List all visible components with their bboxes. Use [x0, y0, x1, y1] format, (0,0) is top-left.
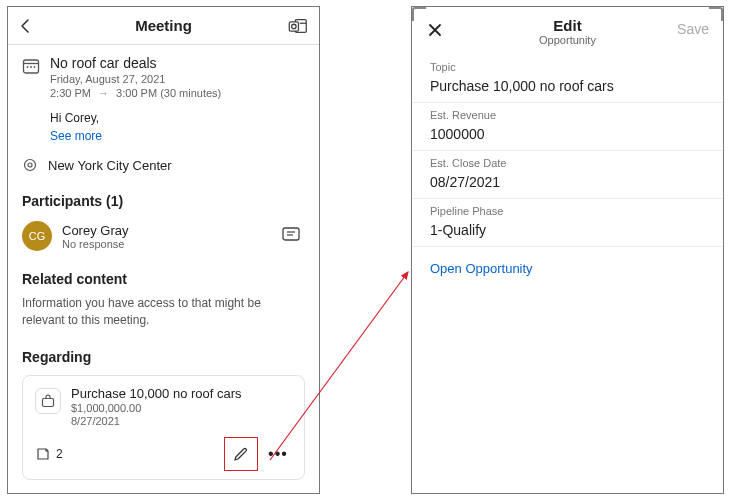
edit-header: Edit Opportunity Save [412, 7, 723, 55]
topic-value: Purchase 10,000 no roof cars [430, 78, 705, 94]
notes-count: 2 [56, 447, 63, 461]
field-revenue[interactable]: Est. Revenue 1000000 [412, 103, 723, 151]
outlook-icon [287, 15, 309, 37]
close-button[interactable] [426, 21, 444, 39]
arrow-right-icon: → [98, 87, 109, 99]
edit-subtitle: Opportunity [539, 34, 596, 46]
revenue-label: Est. Revenue [430, 109, 705, 121]
contact-card-button[interactable] [281, 225, 301, 243]
meeting-body-preview: Hi Corey, [50, 111, 221, 125]
participant-row[interactable]: CG Corey Gray No response [22, 221, 305, 251]
edit-panel: Edit Opportunity Save Topic Purchase 10,… [411, 6, 724, 494]
svg-rect-1 [289, 22, 298, 31]
regarding-date: 8/27/2021 [71, 415, 242, 427]
close-date-label: Est. Close Date [430, 157, 705, 169]
participants-heading: Participants (1) [22, 193, 305, 209]
meeting-header: Meeting [8, 7, 319, 45]
participant-response: No response [62, 238, 128, 250]
close-icon [426, 21, 444, 39]
svg-point-6 [30, 66, 32, 68]
open-in-outlook-button[interactable] [287, 15, 309, 37]
field-topic[interactable]: Topic Purchase 10,000 no roof cars [412, 55, 723, 103]
edit-highlight [224, 437, 258, 471]
header-title: Meeting [135, 17, 192, 34]
svg-rect-10 [283, 228, 299, 240]
contact-card-icon [281, 225, 301, 243]
see-more-link[interactable]: See more [50, 129, 221, 143]
phase-label: Pipeline Phase [430, 205, 705, 217]
related-description: Information you have access to that migh… [22, 295, 305, 329]
edit-title: Edit [539, 17, 596, 34]
meeting-time: 2:30 PM → 3:00 PM (30 minutes) [50, 87, 221, 99]
meeting-date: Friday, August 27, 2021 [50, 73, 221, 85]
meeting-location: New York City Center [22, 157, 305, 173]
meeting-content: No roof car deals Friday, August 27, 202… [8, 45, 319, 480]
more-button[interactable]: ••• [264, 440, 292, 468]
meeting-summary: No roof car deals Friday, August 27, 202… [22, 55, 305, 143]
close-date-value: 08/27/2021 [430, 174, 705, 190]
field-close-date[interactable]: Est. Close Date 08/27/2021 [412, 151, 723, 199]
revenue-value: 1000000 [430, 126, 705, 142]
field-pipeline-phase[interactable]: Pipeline Phase 1-Qualify [412, 199, 723, 247]
save-button[interactable]: Save [677, 21, 709, 37]
note-icon [35, 446, 51, 462]
svg-point-9 [28, 163, 32, 167]
related-heading: Related content [22, 271, 305, 287]
svg-point-8 [25, 160, 36, 171]
meeting-panel: Meeting No roof car deals Friday, August… [7, 6, 320, 494]
phase-value: 1-Qualify [430, 222, 705, 238]
pencil-icon [232, 445, 250, 463]
open-opportunity-link[interactable]: Open Opportunity [412, 247, 723, 290]
notes-button[interactable]: 2 [35, 446, 63, 462]
calendar-icon [22, 57, 40, 75]
opportunity-icon [35, 388, 61, 414]
chevron-left-icon [18, 17, 32, 35]
ellipsis-icon: ••• [268, 445, 288, 463]
edit-button[interactable] [227, 440, 255, 468]
meeting-title: No roof car deals [50, 55, 221, 71]
back-button[interactable] [18, 17, 32, 35]
svg-point-7 [34, 66, 36, 68]
avatar: CG [22, 221, 52, 251]
location-icon [22, 157, 38, 173]
topic-label: Topic [430, 61, 705, 73]
location-text: New York City Center [48, 158, 172, 173]
regarding-heading: Regarding [22, 349, 305, 365]
svg-point-5 [27, 66, 29, 68]
regarding-title: Purchase 10,000 no roof cars [71, 386, 242, 401]
regarding-card: Purchase 10,000 no roof cars $1,000,000.… [22, 375, 305, 480]
participant-name: Corey Gray [62, 223, 128, 238]
regarding-amount: $1,000,000.00 [71, 402, 242, 414]
svg-rect-13 [43, 398, 54, 406]
